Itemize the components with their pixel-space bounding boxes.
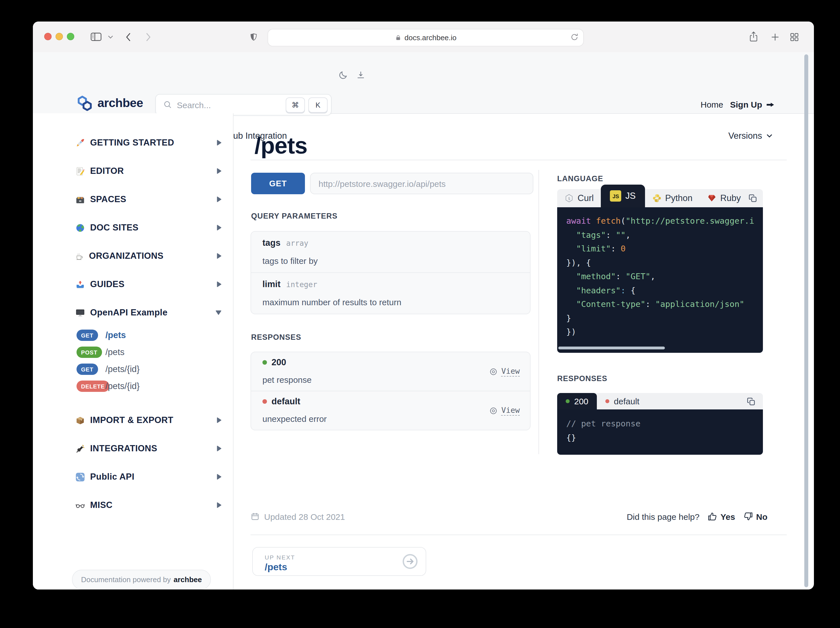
chevron-down-icon — [767, 134, 773, 138]
help-question: Did this page help? — [627, 512, 699, 521]
language-tabbar: $CurlJSJSPythonRuby — [557, 189, 763, 207]
k-keycap: K — [308, 97, 328, 112]
responses-box: 200pet responseViewdefaultunexpected err… — [251, 352, 531, 430]
search-input[interactable]: Search... ⌘ K — [155, 94, 332, 115]
sidebar-endpoint-get-pets-id-[interactable]: GET/pets/{id} — [33, 361, 233, 378]
traffic-close-button[interactable] — [44, 33, 52, 40]
sidebar-endpoint-delete-pets-id-[interactable]: DELETE/pets/{id} — [33, 378, 233, 395]
view-button[interactable]: View — [489, 406, 520, 416]
endpoint-path: /pets/{id} — [106, 364, 140, 374]
method-button[interactable]: GET — [251, 173, 305, 194]
brand[interactable]: archbee — [76, 95, 143, 112]
copy-code-button[interactable] — [748, 189, 757, 207]
python-icon — [652, 194, 661, 203]
param-row: tagsarraytags to filter by — [251, 231, 530, 272]
traffic-minimize-button[interactable] — [55, 33, 63, 40]
response-tab-label: 200 — [574, 397, 588, 406]
code-line: "tags": "", — [566, 228, 763, 242]
package-icon — [76, 416, 85, 425]
new-tab-icon[interactable] — [770, 22, 780, 52]
triangle-right-icon[interactable] — [216, 445, 222, 452]
site-header: archbee Search... ⌘ K Home Sign Up User … — [33, 52, 814, 114]
request-url-field[interactable]: http://petstore.swagger.io/api/pets — [310, 173, 534, 194]
code-horizontal-scrollbar[interactable] — [558, 346, 665, 349]
js-icon: JS — [610, 190, 622, 201]
up-next-label: UP NEXT — [265, 554, 295, 560]
param-type: integer — [286, 280, 317, 289]
triangle-right-icon[interactable] — [216, 225, 222, 231]
language-tab-ruby[interactable]: Ruby — [700, 189, 748, 207]
share-icon[interactable] — [748, 22, 758, 52]
sidebar-endpoint-get-pets[interactable]: GET/pets — [33, 327, 233, 344]
svg-text:$: $ — [568, 196, 570, 201]
sidebar-item-getting-started[interactable]: GETTING STARTED — [33, 129, 233, 157]
responses-panel-heading: RESPONSES — [557, 374, 607, 383]
signup-link[interactable]: Sign Up — [730, 100, 775, 109]
sidebar-item-label: EDITOR — [90, 166, 124, 176]
vote-yes-button[interactable]: Yes — [707, 512, 735, 521]
chevron-down-icon[interactable] — [107, 22, 115, 52]
view-button[interactable]: View — [489, 367, 520, 376]
sidebar-item-integrations[interactable]: INTEGRATIONS — [33, 434, 233, 463]
archbee-logo-icon — [76, 95, 93, 112]
page-scrollbar[interactable] — [804, 54, 808, 587]
thumb-down-icon — [743, 512, 753, 521]
sidebar-endpoint-post-pets[interactable]: POST/pets — [33, 344, 233, 361]
param-name: limitinteger — [262, 279, 519, 290]
home-link[interactable]: Home — [701, 100, 723, 109]
response-row: defaultunexpected errorView — [251, 391, 530, 430]
download-icon[interactable] — [355, 65, 366, 85]
sidebar-item-misc[interactable]: MISC — [33, 491, 233, 519]
vote-no-button[interactable]: No — [743, 512, 767, 521]
sidebar-endpoint-group: GET/petsPOST/petsGET/pets/{id}DELETE/pet… — [33, 327, 233, 395]
sidebar-item-import-export[interactable]: IMPORT & EXPORT — [33, 406, 233, 434]
query-parameters-heading: QUERY PARAMETERS — [251, 212, 338, 221]
triangle-right-icon[interactable] — [216, 417, 222, 423]
triangle-down-icon[interactable] — [215, 310, 222, 315]
powered-by-badge[interactable]: Documentation powered by archbee — [72, 570, 211, 590]
brand-name: archbee — [98, 96, 143, 110]
param-description: maximum number of results to return — [262, 297, 519, 307]
language-tab-curl[interactable]: $Curl — [557, 189, 601, 207]
up-next-card[interactable]: UP NEXT /pets — [252, 547, 426, 576]
sidebar-item-label: SPACES — [90, 194, 126, 205]
triangle-right-icon[interactable] — [216, 474, 222, 480]
back-icon[interactable] — [123, 22, 133, 52]
triangle-right-icon[interactable] — [216, 140, 222, 146]
triangle-right-icon[interactable] — [216, 502, 222, 508]
tab-overview-icon[interactable] — [789, 22, 799, 52]
address-bar[interactable]: docs.archbee.io — [267, 29, 584, 46]
card-box-icon — [76, 195, 85, 204]
triangle-right-icon[interactable] — [216, 281, 222, 287]
dark-mode-icon[interactable] — [337, 65, 349, 85]
forward-icon[interactable] — [144, 22, 153, 52]
triangle-right-icon[interactable] — [216, 253, 222, 259]
response-tab-default[interactable]: default — [597, 393, 648, 409]
traffic-zoom-button[interactable] — [67, 33, 74, 40]
triangle-right-icon[interactable] — [216, 196, 222, 203]
sidebar-item-spaces[interactable]: SPACES — [33, 185, 233, 214]
sidebar-item-editor[interactable]: EDITOR — [33, 157, 233, 185]
copy-response-button[interactable] — [747, 392, 756, 410]
versions-dropdown[interactable]: Versions — [728, 131, 773, 141]
sidebar-item-organizations[interactable]: ORGANIZATIONS — [33, 242, 233, 270]
sidebar-item-openapi-example[interactable]: OpenAPI Example — [33, 298, 233, 327]
sidebar-item-doc-sites[interactable]: DOC SITES — [33, 214, 233, 242]
sidebar-item-public-api[interactable]: Public API — [33, 463, 233, 491]
language-tab-python[interactable]: Python — [645, 189, 700, 207]
status-dot — [262, 399, 267, 404]
sidebar-item-label: ORGANIZATIONS — [89, 251, 164, 261]
view-label: View — [501, 406, 520, 416]
sidebar-toggle-icon[interactable] — [88, 22, 103, 52]
cycle-icon — [76, 472, 85, 482]
sidebar-item-label: INTEGRATIONS — [90, 443, 157, 453]
response-tab-200[interactable]: 200 — [557, 393, 597, 409]
privacy-shield-icon[interactable] — [249, 22, 259, 52]
sidebar-item-guides[interactable]: GUIDES — [33, 270, 233, 298]
param-row: limitintegermaximum number of results to… — [251, 272, 530, 314]
powered-by-text: Documentation powered by — [81, 575, 171, 584]
reload-icon[interactable] — [570, 33, 579, 41]
language-tab-js[interactable]: JSJS — [601, 185, 645, 207]
cmd-keycap: ⌘ — [286, 97, 305, 112]
triangle-right-icon[interactable] — [216, 168, 222, 174]
